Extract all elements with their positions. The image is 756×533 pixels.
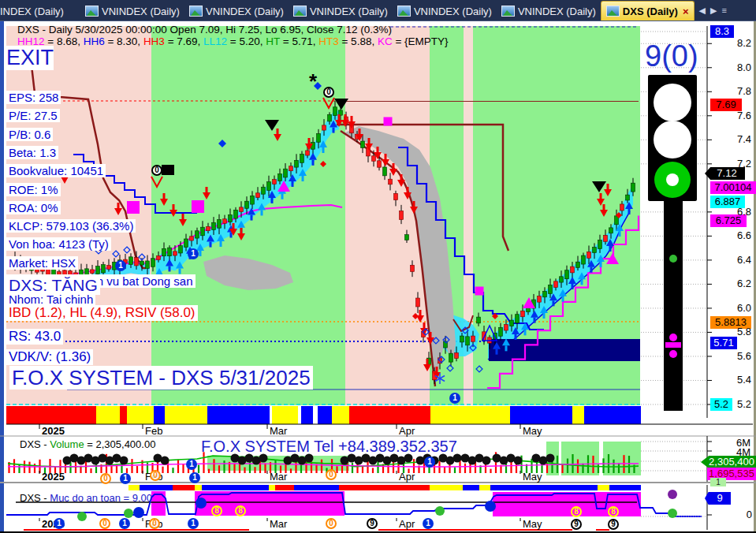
stat-eps: EPS: 258	[6, 91, 61, 104]
indicator-value: = {EMPTY}	[393, 35, 449, 47]
axis-label-apr-row0: Apr	[399, 425, 415, 437]
stat-bookvalue: Bookvalue: 10451	[6, 164, 106, 177]
tab-dxs-daily-[interactable]: DXS (Daily)×	[601, 1, 695, 20]
stat-beta: Beta: 1.3	[6, 146, 58, 159]
tick-label-8.2: 8.2	[721, 37, 751, 49]
tick-label-5.2: 5.2	[721, 398, 751, 410]
volume-field: Volume	[50, 438, 84, 450]
circle-marker-0: 0	[326, 518, 337, 529]
indicator-value: LL12	[203, 35, 227, 47]
chart-icon	[397, 6, 411, 17]
circle-marker-0: 0	[99, 518, 110, 529]
tick-label-6.4: 6.4	[721, 254, 751, 266]
circle-marker-1: 1	[189, 472, 200, 483]
stat-roa: ROA: 0%	[6, 201, 61, 214]
tab-label: VNINDEX (Daily)	[102, 6, 180, 17]
svg-text:*: *	[309, 69, 318, 93]
circle-marker-9: 9	[608, 519, 619, 530]
circle-marker-1: 1	[119, 518, 130, 529]
tab-scroll-right-icon[interactable]: ▶	[710, 6, 717, 16]
tab-index-daily-[interactable]: INDEX (Daily)	[0, 2, 80, 20]
tab-scroll-left-icon[interactable]: ◀	[699, 6, 706, 16]
circle-marker-1: 1	[424, 457, 435, 468]
safety-symbol: DXS -	[20, 492, 50, 504]
tab-vnindex-daily-[interactable]: VNINDEX (Daily)	[497, 2, 601, 20]
circle-marker-0: 0	[149, 518, 160, 529]
axis-label-2025-row1: 2025	[42, 471, 65, 483]
circle-marker-1: 1	[54, 518, 65, 529]
circle-marker-0: 0	[150, 470, 161, 481]
indicator-value: KC	[378, 35, 393, 47]
price-tag-7.00104: 7.00104	[710, 181, 756, 194]
tab-label: VNINDEX (Daily)	[310, 6, 388, 17]
chart-icon	[85, 6, 99, 17]
axis-label-apr-row2: Apr	[399, 518, 415, 530]
circle-marker-1: 1	[186, 459, 197, 470]
tick-label-6.0: 6.0	[721, 302, 751, 314]
stat-roe: ROE: 1%	[6, 183, 61, 196]
stat-klcp: KLCP: 579.103 (36.3%)	[6, 219, 136, 233]
safety-zero-label: 0	[733, 509, 752, 520]
rs-label: RS: 43.0	[6, 329, 63, 345]
circle-marker-8: 8	[571, 506, 582, 517]
system-watermark: F.O.X SYSTEM - DXS 5/31/2025	[9, 366, 313, 390]
stat-p-e: P/E: 27.5	[6, 109, 60, 122]
circle-marker-0: 0	[323, 87, 334, 98]
safety-current-tag: 9	[705, 492, 731, 505]
indicator-value: HH3	[143, 35, 165, 47]
axis-label-mar-row0: Mar	[270, 425, 287, 437]
tab-vnindex-daily-[interactable]: VNINDEX (Daily)	[80, 2, 184, 20]
circle-marker-0: 0	[326, 469, 337, 480]
indicator-value: HH6	[84, 35, 105, 47]
tab-label: VNINDEX (Daily)	[518, 6, 596, 17]
close-icon[interactable]: ×	[683, 6, 689, 17]
stat-market: Market: HSX	[6, 256, 78, 270]
chart-icon	[606, 6, 620, 17]
tick-label-7.4: 7.4	[721, 133, 751, 145]
circle-marker-1: 1	[423, 518, 434, 529]
indicator-value: = 5.88,	[341, 35, 377, 47]
indicator-value: HT	[266, 35, 283, 47]
tab-label: VNINDEX (Daily)	[206, 6, 284, 17]
signal-count-label: 9(0)	[645, 39, 698, 73]
axis-label-may-row0: May	[523, 425, 542, 437]
circle-marker-0: 0	[100, 473, 111, 484]
volume-value: = 2,305,400.00	[84, 438, 156, 450]
circle-marker-8: 8	[211, 505, 222, 516]
indicator-value: = 5.20,	[227, 35, 266, 47]
chart-icon	[501, 6, 515, 17]
safety-title: DXS - Muc do an toan = 9.00	[20, 492, 152, 504]
tick-label-8.0: 8.0	[721, 62, 751, 73]
chart-title-line2: HH12 = 8.68, HH6 = 8.30, HH3 = 7.69, LL1…	[17, 35, 449, 47]
volume-chip: 1	[710, 478, 726, 486]
tick-label-7.6: 7.6	[721, 110, 751, 121]
volume-current-tag: 2,305,400	[701, 456, 756, 468]
tab-menu-icon[interactable]: ≡	[721, 6, 726, 15]
circle-marker-9: 9	[367, 518, 378, 529]
circle-marker-1: 1	[449, 393, 460, 404]
safety-text: Muc do an toan = 9.00	[50, 492, 152, 504]
price-tag-8.3: 8.3	[710, 25, 734, 38]
tab-vnindex-daily-[interactable]: VNINDEX (Daily)	[184, 2, 289, 20]
indicator-value: = 8.30,	[105, 35, 143, 47]
tick-label-7.2: 7.2	[721, 158, 751, 170]
indicator-value: = 5.71,	[283, 35, 318, 47]
axis-label-2025-row0: 2025	[42, 425, 65, 437]
indicator-value: HT3	[318, 35, 341, 47]
axis-label-apr-row1: Apr	[399, 471, 415, 483]
axis-label-feb-row0: Feb	[145, 425, 162, 437]
volume-symbol: DXS -	[20, 438, 50, 450]
tick-label-6.8: 6.8	[721, 206, 751, 218]
tick-label-5.6: 5.6	[721, 350, 751, 362]
volume-title: DXS - Volume = 2,305,400.00	[20, 438, 155, 450]
tab-vnindex-daily-[interactable]: VNINDEX (Daily)	[393, 2, 497, 20]
axis-label-may-row1: May	[523, 471, 542, 483]
tick-label-6.2: 6.2	[721, 278, 751, 289]
indicator-value: = 7.69,	[165, 35, 203, 47]
circle-marker-1: 1	[188, 248, 199, 259]
tab-label: INDEX (Daily)	[0, 6, 64, 17]
stat-p-b: P/B: 0.6	[6, 128, 53, 141]
tab-label: VNINDEX (Daily)	[414, 6, 492, 17]
chart-icon	[293, 6, 307, 17]
tab-vnindex-daily-[interactable]: VNINDEX (Daily)	[289, 2, 393, 20]
